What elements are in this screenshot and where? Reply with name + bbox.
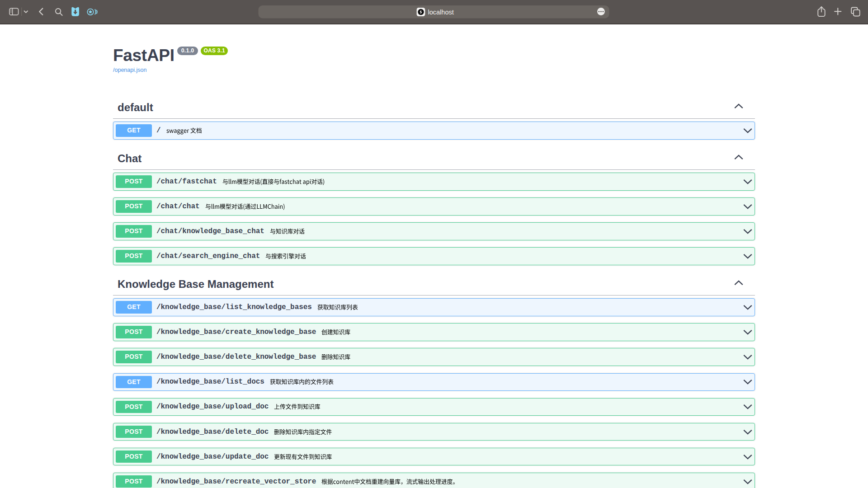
svg-text:localhost: localhost (428, 9, 454, 16)
